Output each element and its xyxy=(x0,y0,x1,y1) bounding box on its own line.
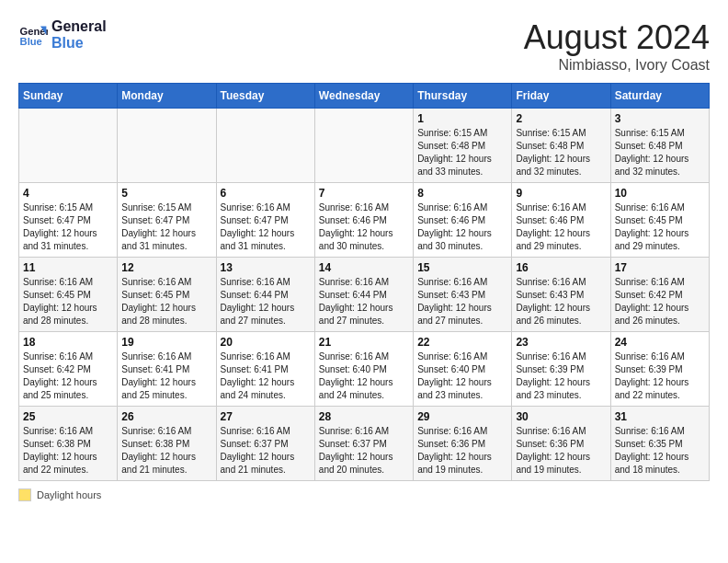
logo-blue: Blue xyxy=(51,35,107,52)
calendar-cell xyxy=(314,109,413,183)
logo-general: General xyxy=(51,18,107,35)
day-info: Sunrise: 6:16 AMSunset: 6:41 PMDaylight:… xyxy=(221,350,311,402)
day-number: 15 xyxy=(417,261,507,274)
day-number: 26 xyxy=(121,410,211,423)
day-number: 28 xyxy=(319,410,409,423)
day-number: 16 xyxy=(516,261,606,274)
calendar-cell: 24Sunrise: 6:16 AMSunset: 6:39 PMDayligh… xyxy=(610,332,709,407)
calendar-week-row: 4Sunrise: 6:15 AMSunset: 6:47 PMDaylight… xyxy=(19,183,710,258)
day-info: Sunrise: 6:16 AMSunset: 6:45 PMDaylight:… xyxy=(23,276,113,327)
weekday-header: Wednesday xyxy=(314,84,413,109)
day-number: 17 xyxy=(615,261,705,274)
calendar-cell: 27Sunrise: 6:16 AMSunset: 6:37 PMDayligh… xyxy=(216,407,314,481)
calendar-cell: 26Sunrise: 6:16 AMSunset: 6:38 PMDayligh… xyxy=(118,407,216,481)
day-info: Sunrise: 6:16 AMSunset: 6:41 PMDaylight:… xyxy=(121,350,211,402)
day-info: Sunrise: 6:16 AMSunset: 6:44 PMDaylight:… xyxy=(221,276,311,327)
day-info: Sunrise: 6:16 AMSunset: 6:40 PMDaylight:… xyxy=(417,350,507,402)
calendar-week-row: 25Sunrise: 6:16 AMSunset: 6:38 PMDayligh… xyxy=(19,407,710,481)
legend: Daylight hours xyxy=(18,488,710,501)
calendar-cell: 9Sunrise: 6:16 AMSunset: 6:46 PMDaylight… xyxy=(512,183,610,258)
day-number: 3 xyxy=(615,112,705,125)
month-year: August 2024 xyxy=(524,18,710,57)
calendar-cell: 23Sunrise: 6:16 AMSunset: 6:39 PMDayligh… xyxy=(512,332,610,407)
day-info: Sunrise: 6:16 AMSunset: 6:46 PMDaylight:… xyxy=(417,201,507,253)
day-number: 21 xyxy=(319,336,409,349)
calendar-cell xyxy=(216,109,314,183)
day-number: 2 xyxy=(516,112,606,125)
calendar-cell: 11Sunrise: 6:16 AMSunset: 6:45 PMDayligh… xyxy=(19,258,118,332)
day-info: Sunrise: 6:16 AMSunset: 6:40 PMDaylight:… xyxy=(319,350,409,402)
day-info: Sunrise: 6:15 AMSunset: 6:47 PMDaylight:… xyxy=(23,201,113,253)
calendar-cell: 20Sunrise: 6:16 AMSunset: 6:41 PMDayligh… xyxy=(216,332,314,407)
day-number: 13 xyxy=(221,261,311,274)
day-info: Sunrise: 6:15 AMSunset: 6:48 PMDaylight:… xyxy=(516,127,606,178)
calendar-week-row: 1Sunrise: 6:15 AMSunset: 6:48 PMDaylight… xyxy=(19,109,710,183)
day-number: 23 xyxy=(516,336,606,349)
calendar-cell: 28Sunrise: 6:16 AMSunset: 6:37 PMDayligh… xyxy=(314,407,413,481)
title-block: August 2024 Nimbiasso, Ivory Coast xyxy=(524,18,710,74)
day-number: 5 xyxy=(121,187,211,200)
svg-text:Blue: Blue xyxy=(20,36,42,47)
day-info: Sunrise: 6:16 AMSunset: 6:37 PMDaylight:… xyxy=(221,425,311,477)
day-info: Sunrise: 6:16 AMSunset: 6:47 PMDaylight:… xyxy=(221,201,311,253)
day-number: 22 xyxy=(417,336,507,349)
logo: General Blue General Blue xyxy=(18,18,107,51)
calendar-cell: 30Sunrise: 6:16 AMSunset: 6:36 PMDayligh… xyxy=(512,407,610,481)
day-number: 1 xyxy=(417,112,507,125)
calendar-cell: 29Sunrise: 6:16 AMSunset: 6:36 PMDayligh… xyxy=(414,407,512,481)
day-info: Sunrise: 6:16 AMSunset: 6:36 PMDaylight:… xyxy=(417,425,507,477)
calendar-cell: 15Sunrise: 6:16 AMSunset: 6:43 PMDayligh… xyxy=(414,258,512,332)
day-info: Sunrise: 6:16 AMSunset: 6:46 PMDaylight:… xyxy=(319,201,409,253)
day-info: Sunrise: 6:16 AMSunset: 6:44 PMDaylight:… xyxy=(319,276,409,327)
day-number: 4 xyxy=(23,187,113,200)
day-number: 31 xyxy=(615,410,705,423)
day-number: 19 xyxy=(121,336,211,349)
calendar-cell: 13Sunrise: 6:16 AMSunset: 6:44 PMDayligh… xyxy=(216,258,314,332)
calendar-week-row: 18Sunrise: 6:16 AMSunset: 6:42 PMDayligh… xyxy=(19,332,710,407)
day-number: 10 xyxy=(615,187,705,200)
weekday-header: Saturday xyxy=(610,84,709,109)
day-info: Sunrise: 6:16 AMSunset: 6:45 PMDaylight:… xyxy=(121,276,211,327)
day-info: Sunrise: 6:16 AMSunset: 6:35 PMDaylight:… xyxy=(615,425,705,477)
calendar-cell: 6Sunrise: 6:16 AMSunset: 6:47 PMDaylight… xyxy=(216,183,314,258)
calendar-cell: 1Sunrise: 6:15 AMSunset: 6:48 PMDaylight… xyxy=(414,109,512,183)
day-number: 25 xyxy=(23,410,113,423)
day-number: 24 xyxy=(615,336,705,349)
page-header: General Blue General Blue August 2024 Ni… xyxy=(18,18,710,74)
day-info: Sunrise: 6:16 AMSunset: 6:36 PMDaylight:… xyxy=(516,425,606,477)
calendar-cell: 3Sunrise: 6:15 AMSunset: 6:48 PMDaylight… xyxy=(610,109,709,183)
calendar-cell: 7Sunrise: 6:16 AMSunset: 6:46 PMDaylight… xyxy=(314,183,413,258)
logo-icon: General Blue xyxy=(18,20,48,50)
day-number: 8 xyxy=(417,187,507,200)
day-number: 18 xyxy=(23,336,113,349)
day-info: Sunrise: 6:16 AMSunset: 6:46 PMDaylight:… xyxy=(516,201,606,253)
calendar-table: SundayMondayTuesdayWednesdayThursdayFrid… xyxy=(18,83,710,481)
location: Nimbiasso, Ivory Coast xyxy=(524,57,710,74)
day-number: 12 xyxy=(121,261,211,274)
calendar-week-row: 11Sunrise: 6:16 AMSunset: 6:45 PMDayligh… xyxy=(19,258,710,332)
day-info: Sunrise: 6:16 AMSunset: 6:42 PMDaylight:… xyxy=(23,350,113,402)
day-info: Sunrise: 6:16 AMSunset: 6:43 PMDaylight:… xyxy=(516,276,606,327)
day-number: 11 xyxy=(23,261,113,274)
day-number: 7 xyxy=(319,187,409,200)
calendar-cell: 14Sunrise: 6:16 AMSunset: 6:44 PMDayligh… xyxy=(314,258,413,332)
day-info: Sunrise: 6:16 AMSunset: 6:38 PMDaylight:… xyxy=(121,425,211,477)
day-info: Sunrise: 6:16 AMSunset: 6:45 PMDaylight:… xyxy=(615,201,705,253)
day-info: Sunrise: 6:15 AMSunset: 6:48 PMDaylight:… xyxy=(615,127,705,178)
calendar-cell xyxy=(118,109,216,183)
calendar-cell: 21Sunrise: 6:16 AMSunset: 6:40 PMDayligh… xyxy=(314,332,413,407)
day-info: Sunrise: 6:16 AMSunset: 6:39 PMDaylight:… xyxy=(615,350,705,402)
calendar-cell: 25Sunrise: 6:16 AMSunset: 6:38 PMDayligh… xyxy=(19,407,118,481)
day-number: 27 xyxy=(221,410,311,423)
calendar-cell: 10Sunrise: 6:16 AMSunset: 6:45 PMDayligh… xyxy=(610,183,709,258)
weekday-header: Thursday xyxy=(414,84,512,109)
calendar-cell: 16Sunrise: 6:16 AMSunset: 6:43 PMDayligh… xyxy=(512,258,610,332)
calendar-cell: 19Sunrise: 6:16 AMSunset: 6:41 PMDayligh… xyxy=(118,332,216,407)
day-info: Sunrise: 6:15 AMSunset: 6:48 PMDaylight:… xyxy=(417,127,507,178)
day-number: 30 xyxy=(516,410,606,423)
day-number: 20 xyxy=(221,336,311,349)
day-number: 6 xyxy=(221,187,311,200)
calendar-cell: 8Sunrise: 6:16 AMSunset: 6:46 PMDaylight… xyxy=(414,183,512,258)
day-info: Sunrise: 6:15 AMSunset: 6:47 PMDaylight:… xyxy=(121,201,211,253)
weekday-header: Monday xyxy=(118,84,216,109)
